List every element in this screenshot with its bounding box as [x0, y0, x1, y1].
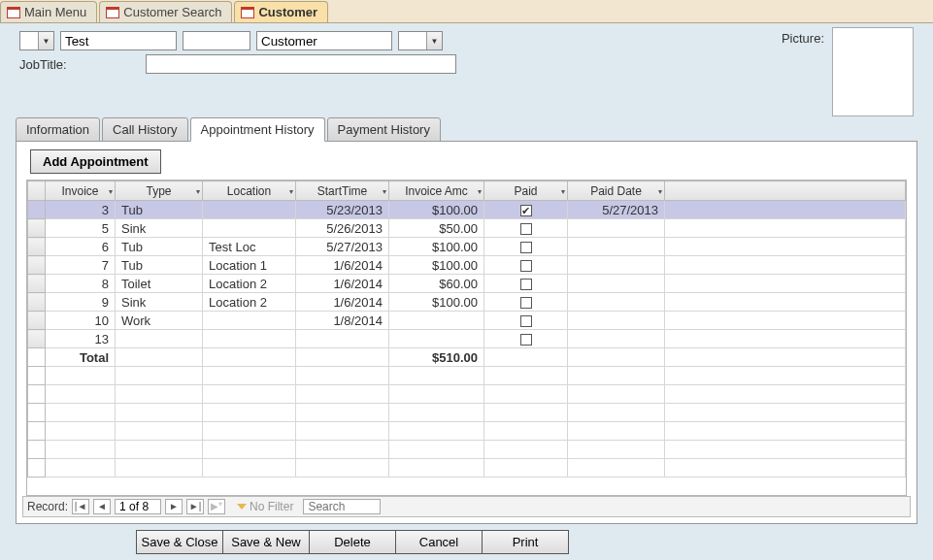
checkbox[interactable]: [520, 334, 532, 346]
table-row[interactable]: 3Tub5/23/2013$100.00✔5/27/2013: [28, 201, 906, 219]
nav-tab-customer-search[interactable]: Customer Search: [99, 1, 232, 22]
cell-invoice[interactable]: 8: [46, 275, 116, 293]
row-selector[interactable]: [28, 330, 46, 348]
table-row[interactable]: 9SinkLocation 21/6/2014$100.00: [28, 293, 906, 312]
title-prefix-select[interactable]: ▼: [19, 31, 54, 50]
checkbox[interactable]: [520, 260, 532, 272]
search-input[interactable]: [303, 499, 381, 514]
jobtitle-input[interactable]: [146, 54, 456, 74]
table-row[interactable]: 13: [28, 330, 906, 348]
cell-paid-date[interactable]: 5/27/2013: [568, 201, 665, 219]
cell-paid-date[interactable]: [568, 256, 665, 275]
nav-new-button[interactable]: ▶*: [208, 499, 225, 514]
first-name-input[interactable]: [60, 31, 177, 50]
table-row[interactable]: 5Sink5/26/2013$50.00: [28, 219, 906, 238]
cell-paid-date[interactable]: [568, 330, 665, 348]
cell-starttime[interactable]: 1/6/2014: [296, 275, 389, 293]
cell-paid-date[interactable]: [568, 293, 665, 312]
tab-payment-history[interactable]: Payment History: [327, 117, 441, 142]
print-button[interactable]: Print: [482, 530, 569, 554]
cell-type[interactable]: Sink: [116, 219, 203, 238]
table-row[interactable]: 6TubTest Loc5/27/2013$100.00: [28, 238, 906, 256]
delete-button[interactable]: Delete: [309, 530, 396, 554]
cell-type[interactable]: Sink: [116, 293, 203, 312]
cell-location[interactable]: [203, 201, 296, 219]
cell-invoice[interactable]: 7: [46, 256, 116, 275]
cell-location[interactable]: Location 2: [203, 275, 296, 293]
cell-location[interactable]: [203, 330, 296, 348]
cell-paid-date[interactable]: [568, 238, 665, 256]
suffix-select[interactable]: ▼: [398, 31, 443, 50]
row-selector[interactable]: [28, 312, 46, 330]
tab-appointment-history[interactable]: Appointment History: [190, 117, 325, 142]
nav-tab-main-menu[interactable]: Main Menu: [0, 1, 97, 22]
cell-paid-date[interactable]: [568, 312, 665, 330]
cell-starttime[interactable]: 5/26/2013: [296, 219, 389, 238]
cell-invoice-amount[interactable]: $100.00: [389, 293, 484, 312]
no-filter-indicator[interactable]: No Filter: [237, 500, 293, 513]
cell-invoice-amount[interactable]: $60.00: [389, 275, 484, 293]
record-position-input[interactable]: [115, 499, 161, 514]
table-row[interactable]: 8ToiletLocation 21/6/2014$60.00: [28, 275, 906, 293]
column-header[interactable]: Paid▾: [484, 181, 568, 201]
cell-paid[interactable]: [484, 293, 568, 312]
row-selector[interactable]: [28, 201, 46, 219]
tab-information[interactable]: Information: [16, 117, 100, 142]
column-header[interactable]: Type▾: [116, 181, 203, 201]
middle-name-input[interactable]: [183, 31, 250, 50]
column-header[interactable]: Invoice Amc▾: [389, 181, 484, 201]
checkbox[interactable]: [520, 315, 532, 327]
table-row[interactable]: 7TubLocation 11/6/2014$100.00: [28, 256, 906, 275]
cell-invoice[interactable]: 5: [46, 219, 116, 238]
cell-type[interactable]: Tub: [116, 238, 203, 256]
cell-paid[interactable]: [484, 238, 568, 256]
cell-invoice-amount[interactable]: [389, 312, 484, 330]
nav-last-button[interactable]: ►|: [186, 499, 204, 514]
cell-location[interactable]: [203, 312, 296, 330]
cell-starttime[interactable]: [296, 330, 389, 348]
cell-type[interactable]: Tub: [116, 256, 203, 275]
cell-paid[interactable]: [484, 219, 568, 238]
cell-starttime[interactable]: 1/8/2014: [296, 312, 389, 330]
checkbox[interactable]: [520, 279, 532, 290]
column-header[interactable]: StartTime▾: [296, 181, 389, 201]
row-selector[interactable]: [28, 256, 46, 275]
column-header[interactable]: Location▾: [203, 181, 296, 201]
cell-paid[interactable]: [484, 330, 568, 348]
cell-invoice-amount[interactable]: $50.00: [389, 219, 484, 238]
cell-paid[interactable]: [484, 312, 568, 330]
cell-location[interactable]: Location 2: [203, 293, 296, 312]
cell-starttime[interactable]: 1/6/2014: [296, 256, 389, 275]
table-row[interactable]: 10Work1/8/2014: [28, 312, 906, 330]
cell-invoice-amount[interactable]: $100.00: [389, 256, 484, 275]
cell-location[interactable]: Location 1: [203, 256, 296, 275]
cell-invoice-amount[interactable]: [389, 330, 484, 348]
cell-paid-date[interactable]: [568, 275, 665, 293]
cell-invoice[interactable]: 9: [46, 293, 116, 312]
cell-type[interactable]: Tub: [116, 201, 203, 219]
add-appointment-button[interactable]: Add Appointment: [30, 149, 161, 174]
cell-starttime[interactable]: 5/27/2013: [296, 238, 389, 256]
cell-paid[interactable]: [484, 275, 568, 293]
cell-paid[interactable]: [484, 256, 568, 275]
cell-invoice-amount[interactable]: $100.00: [389, 201, 484, 219]
cell-starttime[interactable]: 1/6/2014: [296, 293, 389, 312]
row-selector[interactable]: [28, 219, 46, 238]
cell-invoice[interactable]: 13: [46, 330, 116, 348]
save-close-button[interactable]: Save & Close: [136, 530, 223, 554]
checkbox[interactable]: [520, 297, 532, 309]
cell-invoice-amount[interactable]: $100.00: [389, 238, 484, 256]
checkbox[interactable]: ✔: [520, 205, 532, 216]
last-name-input[interactable]: [256, 31, 392, 50]
row-selector[interactable]: [28, 238, 46, 256]
cell-type[interactable]: [116, 330, 203, 348]
tab-call-history[interactable]: Call History: [102, 117, 187, 142]
cell-invoice[interactable]: 6: [46, 238, 116, 256]
row-selector[interactable]: [28, 275, 46, 293]
column-header[interactable]: Invoice▾: [46, 181, 116, 201]
column-header[interactable]: Paid Date▾: [568, 181, 665, 201]
nav-prev-button[interactable]: ◄: [93, 499, 111, 514]
cell-invoice[interactable]: 3: [46, 201, 116, 219]
cell-type[interactable]: Work: [116, 312, 203, 330]
cancel-button[interactable]: Cancel: [395, 530, 483, 554]
